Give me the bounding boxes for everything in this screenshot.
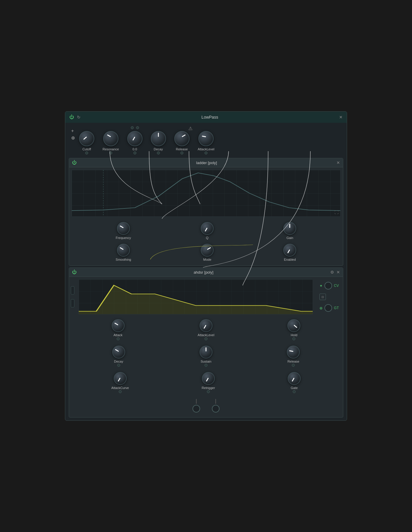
ahdsr-knobs-row1: Attack AttackLevel Hold — [69, 317, 343, 343]
smoothing-label: Smoothing — [116, 258, 131, 261]
release-knob[interactable] — [174, 131, 190, 146]
zero-conn1[interactable] — [131, 126, 134, 129]
ahdsr-left-ports — [69, 277, 76, 317]
ahdsr-attacklevel-knob[interactable] — [200, 319, 212, 332]
bottom-port-2[interactable] — [212, 405, 220, 413]
ahdsr-decay-knob-group: Decay — [112, 346, 125, 367]
ladder-module: ⏻ ladder [poly] ✕ ⛶ Frequency — [69, 158, 343, 266]
ahdsr-decay-knob[interactable] — [112, 346, 125, 358]
sustain-knob-group: Sustain — [200, 346, 212, 367]
out-line-2 — [215, 399, 216, 404]
retrigger-knob-group: Retrigger — [202, 372, 215, 394]
attack-knob[interactable] — [112, 319, 125, 332]
attacklevel-top-connector[interactable] — [205, 151, 207, 154]
title-bar-left: ⏻ ↻ — [69, 115, 81, 120]
zero-connector[interactable] — [133, 151, 136, 154]
release-connector[interactable] — [180, 151, 183, 154]
warning-icon: ⚠ — [188, 126, 192, 131]
ladder-power-icon[interactable]: ⏻ — [72, 160, 77, 165]
svg-marker-1 — [79, 285, 313, 314]
ahdsr-release-knob[interactable] — [287, 346, 300, 358]
port-left-2[interactable] — [71, 299, 74, 307]
q-knob[interactable] — [201, 222, 214, 235]
gt-port[interactable] — [324, 304, 332, 312]
attackcurve-knob-group: AttackCurve — [111, 372, 129, 394]
gate-knob-group: Gate — [288, 372, 301, 394]
decay-knob[interactable] — [151, 131, 166, 146]
mode-knob[interactable] — [201, 244, 214, 257]
ahdsr-release-connector[interactable] — [292, 364, 295, 367]
cutoff-knob[interactable] — [79, 131, 94, 146]
attack-connector[interactable] — [117, 337, 120, 340]
gate-knob[interactable] — [288, 372, 301, 385]
ahdsr-close-icon[interactable]: ✕ — [336, 270, 340, 275]
bottom-out-1 — [192, 399, 200, 413]
target-button[interactable]: ⊕ — [71, 136, 75, 140]
cutoff-connector[interactable] — [85, 151, 88, 154]
ahdsr-display — [78, 279, 313, 314]
power-icon[interactable]: ⏻ — [69, 115, 74, 120]
gain-knob[interactable] — [283, 222, 296, 235]
cv-port[interactable] — [324, 282, 332, 289]
gate-label: Gate — [291, 386, 298, 390]
attackcurve-knob[interactable] — [114, 372, 127, 385]
gt-port-group: ⊕ GT — [319, 304, 339, 312]
ahdsr-power-icon[interactable]: ⏻ — [72, 270, 77, 275]
title-bar: ⏻ ↻ LowPass ✕ — [65, 112, 347, 123]
ahdsr-display-area: ✦ CV ⊡ ⊕ GT — [69, 277, 343, 317]
title-bar-right: ✕ — [339, 115, 343, 119]
smoothing-knob[interactable] — [117, 244, 130, 257]
cv-port-group: ✦ CV — [319, 282, 339, 289]
hold-connector[interactable] — [292, 337, 295, 340]
frequency-label: Frequency — [116, 236, 131, 240]
attackcurve-connector[interactable] — [119, 390, 122, 393]
bottom-port-1[interactable] — [192, 405, 200, 413]
hold-knob[interactable] — [287, 319, 300, 332]
ladder-close-icon[interactable]: ✕ — [336, 160, 340, 165]
zero-knob[interactable] — [127, 131, 143, 146]
bottom-out-2 — [212, 399, 220, 413]
close-button[interactable]: ✕ — [339, 115, 343, 119]
gate-connector[interactable] — [293, 390, 296, 393]
ladder-display: ⛶ — [71, 170, 341, 217]
resonance-connector[interactable] — [109, 151, 112, 154]
gain-knob-group: Gain — [283, 222, 296, 240]
mod-icon[interactable]: ⊡ — [319, 294, 326, 300]
decay-connector[interactable] — [157, 151, 160, 154]
knob-cutoff-group: Cutoff — [79, 131, 94, 155]
expand-icon[interactable]: ⛶ — [334, 210, 339, 215]
knob-release-group: ⚠ Release — [174, 131, 190, 155]
ahdsr-release-knob-group: Release — [287, 346, 300, 367]
enabled-knob[interactable] — [283, 244, 296, 257]
resonance-knob[interactable] — [103, 131, 118, 146]
ahdsr-settings-icon[interactable]: ⚙ — [330, 270, 334, 275]
add-button[interactable]: + — [71, 129, 75, 133]
ahdsr-module: ⏻ ahdsr [poly] ⚙ ✕ — [69, 267, 343, 417]
refresh-icon[interactable]: ↻ — [77, 115, 81, 119]
sustain-connector[interactable] — [205, 364, 207, 367]
retrigger-knob[interactable] — [202, 372, 215, 385]
mode-knob-group: Mode — [201, 244, 214, 261]
release-label: Release — [176, 147, 187, 151]
ahdsr-decay-connector[interactable] — [117, 364, 120, 367]
frequency-knob[interactable] — [117, 222, 130, 235]
mode-label: Mode — [203, 258, 212, 261]
ladder-knobs-row2: Smoothing Mode Enabled — [69, 243, 343, 265]
knob-attacklevel-group: AttackLevel — [198, 131, 215, 155]
port-left-1[interactable] — [71, 286, 74, 294]
sustain-knob[interactable] — [200, 346, 212, 358]
cutoff-label: Cutoff — [82, 147, 91, 151]
ahdsr-knobs-row3: AttackCurve Retrigger Gate — [69, 370, 343, 396]
ahdsr-release-label: Release — [287, 360, 299, 363]
attacklevel-knob[interactable] — [198, 131, 214, 146]
mod-icon-row: ⊡ — [319, 294, 339, 300]
retrigger-connector[interactable] — [207, 390, 210, 393]
ahdsr-io-ports: ✦ CV ⊡ ⊕ GT — [315, 277, 343, 317]
sustain-label: Sustain — [201, 360, 212, 363]
zero-conn2[interactable] — [136, 126, 139, 129]
ahdsr-attacklevel-connector[interactable] — [205, 337, 207, 340]
decay-label: Decay — [154, 147, 163, 151]
top-left-buttons: + ⊕ — [71, 126, 75, 140]
top-knobs: Cutoff Resonance 0.0 — [79, 126, 341, 155]
ahdsr-knobs-row2: Decay Sustain Release — [69, 343, 343, 370]
